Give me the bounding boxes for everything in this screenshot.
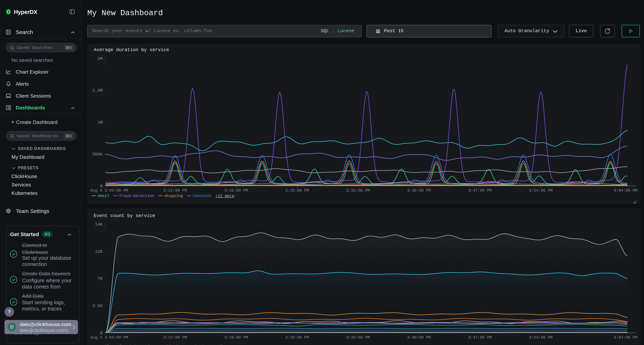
- svg-text:3:47:00 PM: 3:47:00 PM: [468, 335, 492, 340]
- svg-text:checkout: checkout: [193, 194, 212, 198]
- svg-text:fraud-detection: fraud-detection: [119, 194, 154, 198]
- svg-text:shipping: shipping: [164, 344, 183, 345]
- svg-text:+12 more: +12 more: [216, 194, 234, 198]
- svg-text:+15 more: +15 more: [216, 344, 234, 345]
- svg-text:fraud-detection: fraud-detection: [119, 344, 154, 345]
- svg-text:3:19:00 PM: 3:19:00 PM: [224, 335, 248, 340]
- svg-text:4:04:00 PM: 4:04:00 PM: [614, 188, 638, 193]
- svg-text:3:33:00 PM: 3:33:00 PM: [346, 188, 370, 193]
- svg-text:0: 0: [100, 184, 103, 189]
- svg-text:3.5K: 3.5K: [92, 304, 103, 308]
- svg-text:3:12:00 PM: 3:12:00 PM: [163, 335, 187, 340]
- svg-text:3:26:00 PM: 3:26:00 PM: [285, 335, 309, 340]
- svg-text:3:12:00 PM: 3:12:00 PM: [163, 188, 187, 193]
- svg-text:11K: 11K: [95, 249, 103, 254]
- svg-text:7K: 7K: [98, 276, 103, 281]
- svg-text:3:47:00 PM: 3:47:00 PM: [468, 188, 492, 193]
- svg-text:4:04:00 PM: 4:04:00 PM: [614, 335, 638, 340]
- svg-text:0: 0: [100, 331, 103, 336]
- svg-text:2M: 2M: [98, 56, 103, 61]
- svg-text:checkout: checkout: [193, 344, 212, 345]
- svg-text:email: email: [98, 194, 109, 198]
- svg-text:email: email: [98, 344, 109, 345]
- svg-text:3:26:00 PM: 3:26:00 PM: [285, 188, 309, 193]
- svg-text:Aug 4 3:04:00 PM: Aug 4 3:04:00 PM: [90, 188, 128, 193]
- svg-text:3:54:00 PM: 3:54:00 PM: [529, 188, 552, 193]
- svg-text:3:40:00 PM: 3:40:00 PM: [407, 335, 431, 340]
- svg-text:1.5M: 1.5M: [92, 88, 103, 93]
- svg-text:3:54:00 PM: 3:54:00 PM: [529, 335, 552, 340]
- svg-text:3:19:00 PM: 3:19:00 PM: [224, 188, 248, 193]
- svg-text:1M: 1M: [98, 120, 103, 125]
- svg-text:3:33:00 PM: 3:33:00 PM: [346, 335, 370, 340]
- svg-text:Aug 4 3:04:00 PM: Aug 4 3:04:00 PM: [90, 335, 128, 340]
- svg-text:14K: 14K: [95, 222, 103, 227]
- svg-text:shipping: shipping: [164, 194, 183, 198]
- svg-text:3:40:00 PM: 3:40:00 PM: [407, 188, 431, 193]
- svg-text:500K: 500K: [92, 152, 103, 157]
